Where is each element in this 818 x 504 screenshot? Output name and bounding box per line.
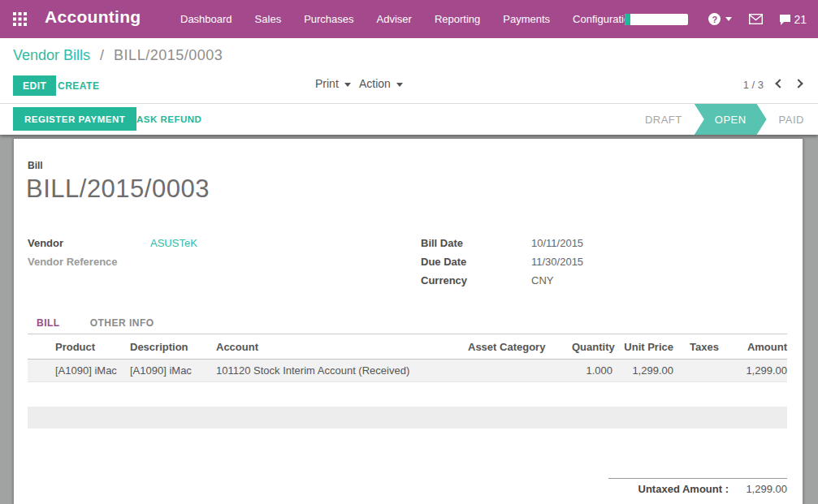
vendor-reference-label: Vendor Reference bbox=[28, 256, 118, 268]
due-date-value: 11/30/2015 bbox=[531, 252, 583, 271]
top-nav: Dashboard Sales Purchases Adviser Report… bbox=[180, 0, 635, 38]
bill-number-heading: BILL/2015/0003 bbox=[26, 174, 210, 204]
cell-unit-price: 1,299.00 bbox=[612, 359, 673, 381]
untaxed-amount-label: Untaxed Amount : bbox=[608, 483, 729, 495]
column-header-taxes: Taxes bbox=[673, 335, 719, 359]
nav-item-payments[interactable]: Payments bbox=[503, 13, 550, 25]
chevron-down-icon bbox=[725, 17, 732, 21]
column-header-asset-category: Asset Category bbox=[468, 335, 572, 359]
empty-notes-area bbox=[28, 407, 787, 429]
cell-product: [A1090] iMac bbox=[28, 359, 130, 381]
untaxed-amount-value: 1,299.00 bbox=[729, 483, 787, 495]
planner-progress-fill bbox=[625, 14, 630, 25]
due-date-label: Due Date bbox=[421, 256, 466, 268]
planner-progress-bar[interactable] bbox=[625, 14, 688, 25]
table-row[interactable]: [A1090] iMac [A1090] iMac 101120 Stock I… bbox=[28, 359, 787, 381]
chevron-down-icon bbox=[396, 83, 403, 87]
column-header-amount: Amount bbox=[719, 335, 787, 359]
currency-label: Currency bbox=[421, 274, 467, 286]
cell-amount: 1,299.00 bbox=[719, 359, 787, 381]
vendor-label: Vendor bbox=[28, 237, 63, 249]
bill-date-label: Bill Date bbox=[421, 237, 463, 249]
due-date-field-row: Due Date bbox=[421, 252, 466, 271]
control-panel: Vendor Bills / BILL/2015/0003 EDIT CREAT… bbox=[0, 38, 818, 104]
status-open[interactable]: OPEN bbox=[695, 104, 767, 135]
nav-item-purchases[interactable]: Purchases bbox=[304, 13, 353, 25]
breadcrumb-separator: / bbox=[100, 47, 104, 63]
column-header-unit-price: Unit Price bbox=[612, 335, 673, 359]
nav-item-reporting[interactable]: Reporting bbox=[435, 13, 480, 25]
status-bar: REGISTER PAYMENT ASK REFUND DRAFT OPEN P… bbox=[0, 104, 818, 135]
vendor-value-row: ASUSTeK bbox=[150, 234, 197, 252]
help-menu[interactable]: ? bbox=[708, 13, 732, 25]
print-dropdown[interactable]: Print bbox=[315, 77, 351, 90]
table-header-row: Product Description Account Asset Catego… bbox=[28, 335, 787, 359]
top-bar-right: ? 21 bbox=[625, 0, 807, 38]
cell-taxes bbox=[673, 359, 719, 381]
status-draft[interactable]: DRAFT bbox=[633, 104, 695, 135]
nav-item-sales[interactable]: Sales bbox=[255, 13, 282, 25]
column-header-account: Account bbox=[216, 335, 468, 359]
bill-date-field-row: Bill Date bbox=[421, 234, 463, 252]
column-header-product: Product bbox=[28, 335, 130, 359]
app-title: Accounting bbox=[45, 7, 141, 27]
breadcrumb: Vendor Bills / BILL/2015/0003 bbox=[13, 47, 223, 64]
pager-previous-button[interactable] bbox=[773, 79, 785, 90]
notebook-tabs: BILL OTHER INFO bbox=[28, 312, 787, 334]
pager-count: 1 / 3 bbox=[743, 79, 764, 91]
breadcrumb-current: BILL/2015/0003 bbox=[114, 47, 223, 63]
cell-asset-category bbox=[468, 359, 572, 381]
status-widget: DRAFT OPEN PAID bbox=[633, 104, 816, 135]
taxes-row: Taxes : 0.00 bbox=[608, 498, 787, 504]
nav-item-dashboard[interactable]: Dashboard bbox=[180, 13, 232, 25]
edit-button[interactable]: EDIT bbox=[13, 75, 56, 96]
ask-refund-button[interactable]: ASK REFUND bbox=[136, 107, 201, 131]
totals-block: Untaxed Amount : 1,299.00 Taxes : 0.00 bbox=[608, 478, 787, 504]
register-payment-button[interactable]: REGISTER PAYMENT bbox=[13, 107, 136, 131]
cell-account: 101120 Stock Interim Account (Received) bbox=[216, 359, 468, 381]
chat-bubble-icon bbox=[779, 14, 791, 25]
apps-grid-icon[interactable] bbox=[13, 12, 27, 26]
column-header-quantity: Quantity bbox=[572, 335, 612, 359]
nav-item-adviser[interactable]: Adviser bbox=[377, 13, 412, 25]
chevron-down-icon bbox=[344, 83, 351, 87]
top-bar: Accounting Dashboard Sales Purchases Adv… bbox=[0, 0, 818, 38]
help-icon: ? bbox=[708, 13, 721, 25]
chevron-right-icon bbox=[794, 79, 803, 88]
breadcrumb-vendor-bills[interactable]: Vendor Bills bbox=[13, 47, 90, 63]
form-view-background: Bill BILL/2015/0003 Vendor ASUSTeK Vendo… bbox=[0, 135, 818, 504]
vendor-reference-field-row: Vendor Reference bbox=[28, 252, 118, 271]
currency-field-row: Currency bbox=[421, 271, 467, 290]
envelope-icon bbox=[749, 14, 763, 24]
chat-count-badge: 21 bbox=[794, 13, 807, 26]
tab-bill[interactable]: BILL bbox=[37, 317, 60, 329]
currency-value: CNY bbox=[531, 271, 553, 290]
untaxed-amount-row: Untaxed Amount : 1,299.00 bbox=[608, 479, 787, 498]
bill-sheet: Bill BILL/2015/0003 Vendor ASUSTeK Vendo… bbox=[13, 138, 803, 504]
chevron-left-icon bbox=[775, 79, 784, 88]
chat-button[interactable]: 21 bbox=[779, 13, 807, 26]
cell-quantity: 1.000 bbox=[572, 359, 612, 381]
tab-other-info[interactable]: OTHER INFO bbox=[90, 317, 154, 329]
status-paid[interactable]: PAID bbox=[767, 104, 816, 135]
action-dropdown[interactable]: Action bbox=[359, 77, 403, 90]
vendor-field-row: Vendor bbox=[28, 234, 63, 252]
bill-date-value: 10/11/2015 bbox=[531, 234, 583, 252]
print-dropdown-label: Print bbox=[315, 77, 339, 90]
create-button[interactable]: CREATE bbox=[58, 75, 99, 96]
messages-button[interactable] bbox=[749, 14, 763, 24]
invoice-lines-table: Product Description Account Asset Catego… bbox=[28, 335, 787, 382]
action-dropdown-label: Action bbox=[359, 77, 391, 90]
pager-next-button[interactable] bbox=[794, 79, 806, 90]
vendor-value-link[interactable]: ASUSTeK bbox=[150, 237, 197, 249]
column-header-description: Description bbox=[130, 335, 216, 359]
document-type-label: Bill bbox=[28, 160, 43, 171]
cell-description: [A1090] iMac bbox=[130, 359, 216, 381]
